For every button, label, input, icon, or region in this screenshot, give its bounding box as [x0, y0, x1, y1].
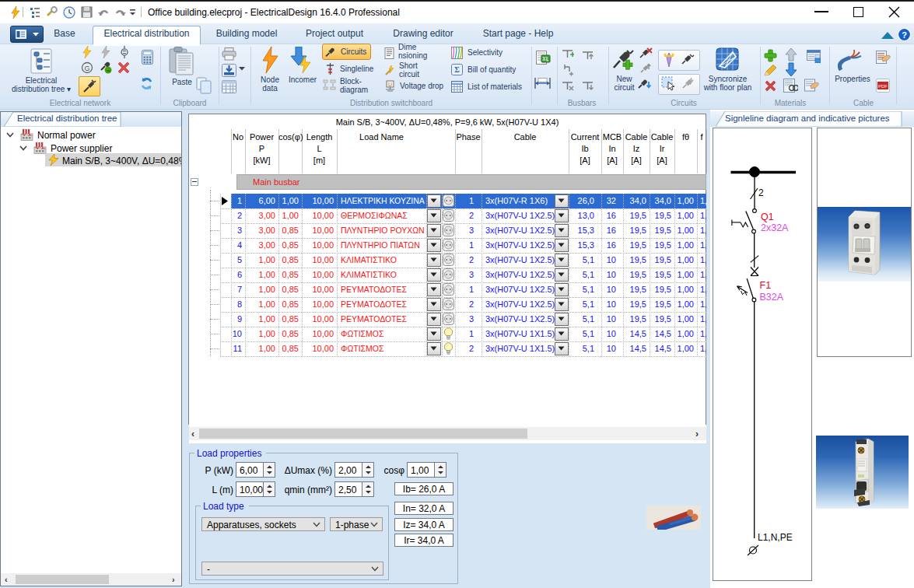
svg-text:?: ?: [902, 30, 907, 40]
svg-text:B32A: B32A: [760, 292, 784, 303]
svg-text:L1,N,PE: L1,N,PE: [758, 532, 793, 543]
svg-text:U: U: [388, 82, 392, 87]
svg-text:2: 2: [758, 187, 764, 198]
svg-text:G: G: [84, 65, 89, 72]
svg-text:F1: F1: [760, 280, 772, 291]
svg-text:2x32A: 2x32A: [761, 222, 789, 233]
svg-text:Q1: Q1: [761, 212, 774, 222]
svg-text:Σ: Σ: [454, 65, 460, 74]
svg-text:PDF: PDF: [878, 84, 888, 89]
